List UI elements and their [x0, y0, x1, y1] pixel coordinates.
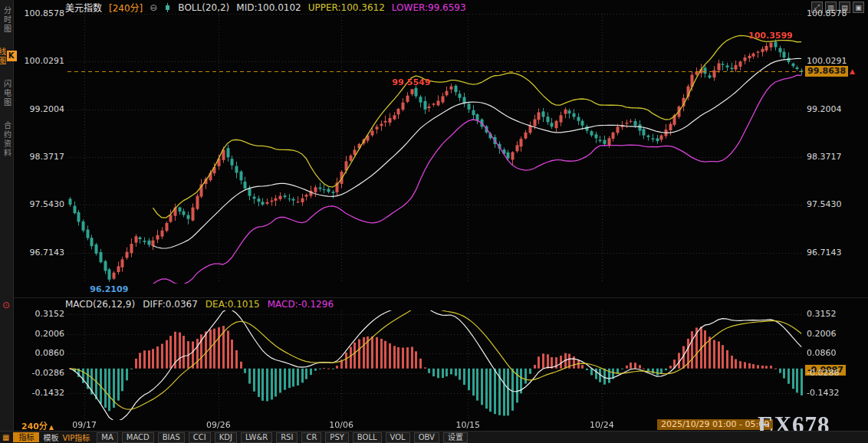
chart-application: 分时图 K 线图 闪电图 合约资料 ⊙ 美元指数 [240分] ⊖ BOLL(2…: [0, 0, 868, 443]
panel-separator: [14, 297, 868, 298]
price-up-arrow-icon: ▲: [850, 67, 855, 75]
macd-y-axis-label-right: -0.1432: [807, 388, 839, 398]
last-price-badge-row: 99.8638 ▲: [805, 66, 855, 77]
toolbar-menu-icon[interactable]: ▦: [2, 433, 9, 441]
boll-lower-value: LOWER:99.6593: [392, 2, 466, 13]
sidebar-item-lightning-chart[interactable]: 闪电图: [2, 80, 12, 107]
current-candle-time: 2025/10/29 01:00 - 05:00: [657, 419, 773, 430]
macd-panel-icon[interactable]: ⊙: [2, 300, 10, 310]
tab-ma[interactable]: MA: [97, 432, 117, 443]
single-layout-icon[interactable]: ▣: [853, 2, 864, 13]
tab-cr[interactable]: CR: [301, 432, 321, 443]
sidebar-item-time-chart[interactable]: 分时图: [2, 6, 12, 34]
main-y-axis-label-left: 97.5430: [15, 199, 64, 209]
macd-y-axis-label-left: -0.1432: [15, 388, 64, 398]
macd-dea-value: DEA:0.1015: [205, 299, 260, 310]
tab-lwr[interactable]: LW&R: [241, 432, 272, 443]
kline-label: 线图: [0, 48, 7, 66]
tab-psy[interactable]: PSY: [325, 432, 349, 443]
template-button[interactable]: 模板: [43, 432, 58, 443]
macd-y-axis-label-right: 0.0860: [807, 348, 837, 358]
macd-y-axis-label-right: 0.3152: [807, 309, 837, 319]
tab-cci[interactable]: CCI: [189, 432, 211, 443]
macd-title: MACD(26,12,9): [65, 299, 135, 310]
macd-y-axis-label-left: -0.0286: [15, 368, 64, 378]
x-axis-date-label: 10/24: [590, 420, 614, 430]
macd-macd-value: MACD:-0.1296: [268, 299, 334, 310]
x-axis: 240分▲ 2025/10/29 01:00 - 05:00: [0, 419, 868, 431]
macd-diff-value: DIFF:0.0367: [143, 299, 198, 310]
macd-y-axis-label-left: 0.2006: [15, 329, 64, 339]
main-y-axis-label-right: 98.3717: [807, 152, 842, 162]
tab-bias[interactable]: BIAS: [158, 432, 185, 443]
boll-upper-value: UPPER:100.3612: [308, 2, 385, 13]
collapse-icon[interactable]: ⊖: [150, 2, 157, 13]
x-axis-date-label: 10/06: [329, 420, 353, 430]
price-annotation: 99.5549: [393, 77, 431, 87]
price-annotation: 100.3599: [748, 31, 793, 41]
period-up-arrow-icon: ▲: [49, 424, 54, 431]
symbol-title: 美元指数: [65, 1, 102, 14]
period-label[interactable]: [240分]: [109, 1, 143, 14]
main-y-axis-label-right: 100.8578: [807, 8, 847, 18]
main-price-chart[interactable]: [67, 14, 804, 284]
left-sidebar: 分时图 K 线图 闪电图 合约资料: [0, 0, 14, 443]
macd-y-axis-label-right: 0.2006: [807, 329, 837, 339]
tab-obv[interactable]: OBV: [414, 432, 439, 443]
tab-vol[interactable]: VOL: [386, 432, 410, 443]
vip-indicator-button[interactable]: VIP指标: [62, 432, 90, 443]
chart-header: 美元指数 [240分] ⊖ BOLL(20,2) MID:100.0102 UP…: [65, 2, 466, 13]
x-axis-date-label: 09/26: [206, 420, 231, 430]
period-chip[interactable]: 240分▲: [21, 419, 54, 432]
indicator-button[interactable]: 指标: [13, 432, 39, 442]
macd-y-axis-label-left: 0.3152: [15, 309, 64, 319]
tab-macd[interactable]: MACD: [122, 432, 154, 443]
settings-button[interactable]: 设置: [443, 432, 468, 443]
main-y-axis-label-right: 99.2004: [807, 104, 842, 114]
main-y-axis-label-right: 97.5430: [807, 199, 842, 209]
x-axis-date-label: 09/17: [72, 420, 97, 430]
candlestick-icon: [164, 3, 171, 12]
main-y-axis-label-left: 100.8578: [15, 8, 64, 18]
main-y-axis-label-left: 100.0291: [15, 56, 64, 66]
boll-mid-value: MID:100.0102: [236, 2, 301, 13]
macd-y-axis-label-left: 0.0860: [15, 348, 64, 358]
tab-boll[interactable]: BOLL: [353, 432, 382, 443]
main-y-axis-label-left: 96.7143: [15, 248, 64, 258]
main-y-axis-label-left: 98.3717: [15, 152, 64, 162]
tab-rsi[interactable]: RSI: [276, 432, 298, 443]
bottom-toolbar: ▦ 指标 模板 VIP指标 MA MACD BIAS CCI KDJ LW&R …: [0, 431, 868, 443]
macd-indicator-chart[interactable]: [67, 310, 804, 420]
macd-header: MACD(26,12,9) DIFF:0.0367 DEA:0.1015 MAC…: [65, 299, 334, 310]
main-y-axis-label-left: 99.2004: [15, 104, 64, 114]
main-y-axis-label-right: 96.7143: [807, 248, 842, 258]
boll-indicator-label: BOLL(20,2): [178, 2, 229, 13]
tab-kdj[interactable]: KDJ: [215, 432, 237, 443]
main-y-axis-label-right: 100.0291: [807, 56, 847, 66]
sidebar-item-contract-info[interactable]: 合约资料: [2, 121, 12, 158]
x-axis-date-label: 10/15: [455, 420, 480, 430]
macd-y-axis-label-right: -0.0286: [807, 368, 839, 378]
last-price-badge: 99.8638: [805, 66, 848, 77]
price-annotation: 96.2109: [90, 284, 128, 294]
